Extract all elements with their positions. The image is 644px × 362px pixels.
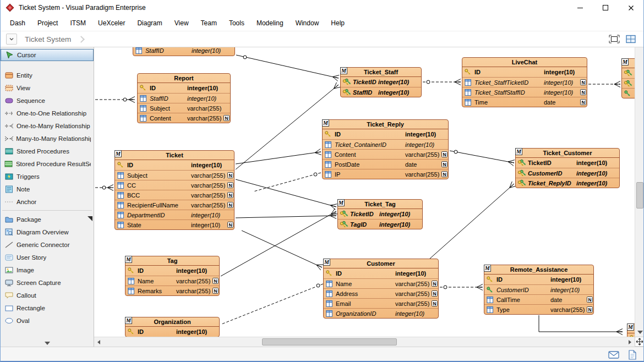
palette-item-anchor[interactable]: Anchor (1, 195, 94, 208)
relationship-line[interactable] (588, 81, 620, 87)
menu-item-itsm[interactable]: ITSM (64, 16, 92, 30)
entity-column[interactable]: IDinteger(10) (125, 327, 219, 337)
entity-column[interactable]: Contentvarchar(255)N (138, 113, 230, 123)
palette-item-one-to-many-relationship[interactable]: One-to-Many Relationship (1, 119, 94, 132)
entity-column[interactable]: TicketIDinteger(10) (338, 209, 422, 219)
entity-ticket[interactable]: MTicketIDinteger(10)Subjectvarchar(255)N… (114, 150, 234, 230)
palette-item-user-story[interactable]: User Story (1, 251, 94, 264)
palette-item-view[interactable]: View (1, 81, 94, 94)
entity-column[interactable]: IDinteger(10) (324, 268, 438, 278)
entity-column[interactable]: StaffIDinteger(10) (341, 87, 421, 97)
relationship-line[interactable] (236, 149, 321, 164)
relationship-line[interactable] (95, 97, 135, 103)
palette-item-stored-procedure-resultset[interactable]: Stored Procedure ResultSet (1, 157, 94, 170)
palette-item-many-to-many-relationship[interactable]: Many-to-Many Relationship (1, 132, 94, 145)
palette-item-cursor[interactable]: Cursor (1, 49, 94, 61)
entity-column[interactable]: Ticket_ReplyIDinteger(10) (516, 178, 619, 188)
entity-ticket-customer[interactable]: MTicket_CustomerTicketIDinteger(10)Custo… (515, 148, 620, 188)
entity-ticket-tag[interactable]: MTicket_TagTicketIDinteger(10)TagIDinteg… (337, 199, 423, 229)
entity-column[interactable] (622, 78, 635, 88)
entity-livechat[interactable]: LiveChatIDinteger(10)Ticket_StaffTicketI… (462, 57, 587, 107)
zoom-to-fit-icon[interactable] (607, 33, 621, 45)
scroll-right-button[interactable] (625, 337, 635, 347)
palette-item-screen-capture[interactable]: Screen Capture (1, 276, 94, 289)
relationship-line[interactable] (254, 173, 321, 191)
entity-column[interactable]: Ticket_StaffStaffIDinteger(10)N (462, 87, 587, 97)
palette-item-triggers[interactable]: Triggers (1, 170, 94, 183)
maximize-button[interactable] (593, 0, 618, 15)
scroll-down-button[interactable] (635, 328, 644, 337)
horizontal-scrollbar[interactable] (94, 337, 635, 347)
entity-report[interactable]: ReportIDinteger(10)StaffIDinteger(10)Sub… (137, 73, 231, 123)
entity-column[interactable]: IDinteger(10) (125, 266, 219, 276)
collapse-toolbar-button[interactable] (6, 34, 17, 45)
entity-column[interactable]: Stateinteger(10)N (115, 220, 234, 229)
entity-column[interactable]: StaffIDinteger(10) (138, 93, 230, 103)
palette-item-entity[interactable]: Entity (1, 69, 94, 81)
entity-column[interactable]: Subjectvarchar(255) (138, 103, 230, 113)
vertical-scrollbar[interactable] (635, 47, 644, 337)
palette-item-image[interactable]: Image (1, 264, 94, 276)
relationship-line[interactable] (539, 315, 623, 335)
entity-column[interactable]: StaffIDinteger(10) (133, 47, 234, 56)
entity-entity-bottom-right-partial[interactable]: M (627, 323, 635, 337)
relationship-line[interactable] (450, 150, 515, 166)
entity-column[interactable]: Namevarchar(255)N (125, 276, 219, 286)
palette-item-note[interactable]: Note (1, 183, 94, 195)
relationship-line[interactable] (242, 231, 323, 270)
palette-item-one-to-one-relationship[interactable]: One-to-One Relationship (1, 107, 94, 119)
entity-column[interactable]: IDinteger(10) (115, 160, 234, 170)
entity-column[interactable]: DepartmentIDinteger(10) (115, 210, 234, 220)
menu-item-project[interactable]: Project (31, 16, 64, 30)
entity-entity-right-partial[interactable]: M (621, 58, 635, 98)
mail-icon[interactable] (608, 350, 619, 359)
entity-column[interactable]: CustomerIDinteger(10) (516, 168, 619, 178)
close-button[interactable] (618, 0, 643, 15)
palette-item-package[interactable]: Package (1, 213, 94, 226)
pan-diagram-button[interactable] (635, 337, 644, 347)
relationship-line[interactable] (440, 284, 483, 290)
entity-column[interactable]: TicketIDinteger(10) (341, 77, 421, 87)
menu-item-window[interactable]: Window (290, 16, 325, 30)
entity-column[interactable] (622, 68, 635, 78)
entity-tag[interactable]: MTagIDinteger(10)Namevarchar(255)NRemark… (125, 256, 220, 296)
menu-item-view[interactable]: View (168, 16, 195, 30)
entity-staff-partial[interactable]: StaffIDinteger(10) (133, 47, 235, 56)
entity-column[interactable]: Addressvarchar(255)N (324, 288, 438, 298)
menu-item-diagram[interactable]: Diagram (131, 16, 168, 30)
relationship-line[interactable] (423, 79, 461, 85)
relationship-line[interactable] (236, 55, 339, 81)
entity-column[interactable]: IDinteger(10) (138, 83, 230, 93)
menu-item-dash[interactable]: Dash (4, 16, 31, 30)
entity-column[interactable]: IPvarchar(255)N (323, 169, 448, 179)
entity-ticket-reply[interactable]: MTicket_ReplyIDinteger(10)Ticket_Contain… (322, 119, 449, 179)
palette-item-oval[interactable]: Oval (1, 314, 94, 327)
relationship-line[interactable] (236, 213, 336, 219)
entity-column[interactable]: Emailvarchar(255)N (324, 298, 438, 308)
entity-column[interactable]: Ticket_StaffTicketIDinteger(10)N (462, 77, 587, 87)
relationship-line[interactable] (236, 179, 337, 210)
entity-column[interactable]: TicketIDinteger(10) (516, 158, 619, 168)
entity-column[interactable]: Typevarchar(255)N (484, 304, 593, 314)
entity-customer[interactable]: MCustomerIDinteger(10)Namevarchar(255)NA… (323, 259, 439, 319)
entity-column[interactable]: Remarksvarchar(255)N (125, 286, 219, 295)
entity-column[interactable]: BCCvarchar(255)N (115, 190, 234, 200)
entity-column[interactable]: OrganizationIDinteger(10) (324, 308, 438, 318)
relationship-line[interactable] (95, 185, 113, 191)
scroll-left-button[interactable] (94, 337, 103, 347)
menu-item-help[interactable]: Help (325, 16, 351, 30)
palette-item-rectangle[interactable]: Rectangle (1, 301, 94, 314)
horizontal-scrollbar-thumb[interactable] (262, 338, 397, 345)
menu-item-modeling[interactable]: Modeling (250, 16, 290, 30)
entity-column[interactable]: Namevarchar(255)N (324, 278, 438, 288)
entity-column[interactable]: IDinteger(10) (462, 67, 587, 77)
entity-column[interactable]: TimedateN (462, 97, 587, 107)
relationship-line[interactable] (430, 182, 516, 259)
entity-column[interactable]: Contentvarchar(255)N (323, 149, 448, 159)
palette-item-diagram-overview[interactable]: Diagram Overview (1, 226, 94, 238)
entity-ticket-staff[interactable]: MTicket_StaffTicketIDinteger(10)StaffIDi… (340, 67, 422, 97)
entity-column[interactable]: Ticket_ContainerIDinteger(10) (323, 139, 448, 149)
palette-item-callout[interactable]: Callout (1, 289, 94, 301)
entity-column[interactable]: IDinteger(10) (323, 129, 448, 139)
palette-item-sequence[interactable]: Sequence (1, 94, 94, 107)
